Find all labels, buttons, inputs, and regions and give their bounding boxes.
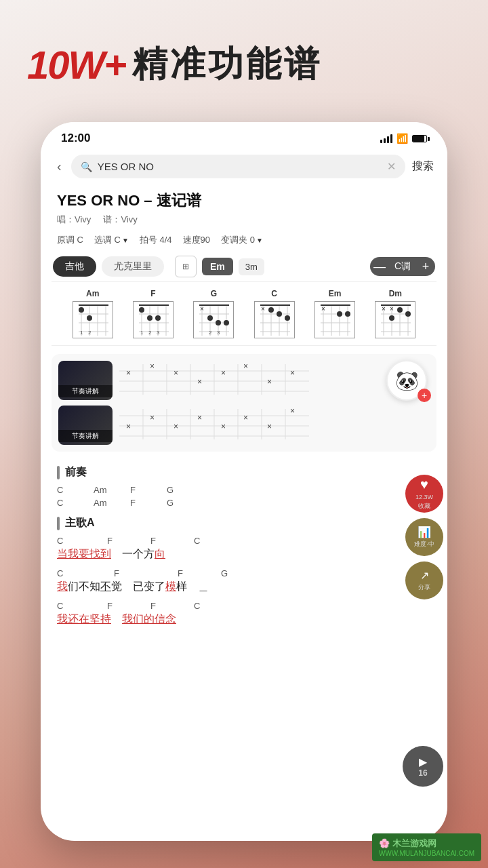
back-button[interactable]: ‹: [54, 156, 64, 177]
svg-text:×: ×: [197, 413, 202, 422]
svg-point-61: [337, 311, 342, 317]
search-icon: 🔍: [81, 161, 92, 172]
composer-label: 谱：Vivy: [103, 214, 137, 224]
status-bar: 12:00 📶: [41, 122, 447, 151]
add-button[interactable]: +: [418, 389, 431, 402]
selected-key[interactable]: 选调 C ▼: [94, 234, 129, 246]
svg-point-51: [285, 315, 290, 321]
chord-f-2: F: [130, 498, 150, 508]
chord-g-2: G: [167, 498, 187, 508]
section-bar-prelude: [57, 466, 60, 479]
panda-icon: 🐼: [395, 370, 419, 392]
chord-f-diagram: 1 2 3: [133, 301, 174, 338]
lyric-wo: 我: [57, 580, 68, 594]
guitar-tab[interactable]: 吉他: [53, 256, 96, 277]
svg-point-73: [397, 307, 403, 313]
chord-am[interactable]: Am 1 2: [73, 289, 113, 338]
prelude-header: 前奏: [57, 465, 431, 479]
play-button[interactable]: ▶ 16: [403, 746, 443, 787]
battery-icon: [412, 135, 427, 142]
chord-diagrams: Am 1 2 F: [52, 281, 436, 346]
difficulty-button[interactable]: 📊 难度·中: [405, 518, 443, 556]
verse-lyric-line-3: 我还在坚持 我们的信念: [57, 612, 431, 627]
lyric-menbuzhi: 们不知: [68, 580, 100, 594]
search-input[interactable]: YES OR NO: [98, 161, 382, 172]
instrument-tabs: 吉他 尤克里里 ⊞ Em 3m — C调 +: [41, 252, 447, 281]
share-label: 分享: [418, 583, 430, 592]
prelude-title: 前奏: [65, 465, 87, 479]
lyric-womenxinnian: 我们的信念: [122, 612, 176, 627]
share-icon: ↗: [420, 569, 429, 582]
svg-point-37: [224, 320, 229, 326]
svg-point-75: [405, 311, 411, 317]
tempo: 速度90: [183, 234, 210, 246]
promo-number: 10W+: [27, 42, 125, 87]
ukulele-tab[interactable]: 尤克里里: [102, 256, 164, 277]
chord-dm[interactable]: Dm × ×: [375, 289, 415, 338]
svg-point-35: [207, 315, 213, 321]
song-title: YES OR NO – 速记谱: [57, 191, 431, 211]
key-control: — C调 +: [370, 257, 435, 276]
svg-text:×: ×: [390, 305, 394, 313]
promo-description: 精准功能谱: [132, 41, 322, 88]
verse-chord-line-1: C F F C: [57, 536, 431, 546]
svg-text:1: 1: [140, 330, 144, 336]
chord-em-name: Em: [329, 289, 342, 298]
search-submit-button[interactable]: 搜索: [412, 159, 434, 174]
key-minus-button[interactable]: —: [370, 257, 389, 276]
chord-f[interactable]: F 1 2 3: [133, 289, 174, 338]
chord-g-1: G: [167, 485, 187, 495]
svg-text:×: ×: [174, 422, 178, 431]
heart-icon: ♥: [420, 477, 428, 492]
svg-point-21: [147, 315, 152, 321]
chord-am-diagram: 1 2: [73, 301, 113, 338]
beat: 拍号 4/4: [140, 234, 172, 246]
share-button[interactable]: ↗ 分享: [405, 561, 443, 599]
lyric-bu: 不: [100, 580, 111, 594]
difficulty-label: 难度·中: [414, 540, 434, 549]
svg-text:×: ×: [126, 368, 131, 378]
capo-select[interactable]: 变调夹 0 ▼: [221, 234, 263, 246]
tune-controls: 原调 C 选调 C ▼ 拍号 4/4 速度90 变调夹 0 ▼: [41, 229, 447, 252]
capo-badge[interactable]: 3m: [239, 258, 264, 275]
action-buttons: ♥ 12.3W 收藏 📊 难度·中 ↗ 分享: [405, 475, 443, 599]
section-bar-verse: [57, 517, 60, 530]
svg-text:×: ×: [150, 413, 155, 422]
chord-c[interactable]: C ×: [254, 289, 295, 338]
verse-a-title: 主歌A: [65, 516, 95, 530]
rhythm-grid-1: × × × × × × × ×: [119, 361, 430, 400]
watermark: 🌸 木兰游戏网 WWW.MULANJUBANCAI.COM: [372, 833, 481, 861]
key-plus-button[interactable]: +: [416, 257, 435, 276]
capo-dropdown-icon: ▼: [256, 237, 263, 244]
status-icons: 📶: [380, 133, 427, 144]
wifi-icon: 📶: [396, 133, 408, 144]
search-input-wrap[interactable]: 🔍 YES OR NO ✕: [71, 155, 405, 178]
promo-header: 10W+ 精准功能谱: [27, 41, 322, 88]
svg-text:×: ×: [243, 361, 248, 371]
chord-f-1: F: [130, 485, 150, 495]
grid-view-button[interactable]: ⊞: [175, 256, 197, 277]
chord-mode-badge[interactable]: Em: [202, 258, 233, 275]
rhythm-thumb-2[interactable]: 节奏讲解: [58, 406, 113, 445]
svg-text:2: 2: [209, 330, 212, 336]
rhythm-row-2: 节奏讲解 × × × × ×: [58, 406, 430, 445]
chord-g[interactable]: G × 2 3: [193, 289, 234, 338]
chord-am-1: Am: [94, 485, 114, 495]
svg-point-50: [277, 311, 282, 317]
favorite-button[interactable]: ♥ 12.3W 收藏: [405, 475, 443, 513]
lyric-jue: 觉 已变了: [111, 580, 165, 594]
svg-text:2: 2: [148, 330, 152, 336]
svg-text:1: 1: [80, 330, 83, 336]
lyric-space3: [111, 612, 122, 627]
play-icon: ▶: [419, 755, 427, 768]
chord-am-name: Am: [86, 289, 99, 298]
rhythm-row-1: 节奏讲解 ×: [58, 361, 430, 400]
svg-text:3: 3: [217, 330, 220, 336]
svg-point-36: [216, 320, 221, 326]
chord-em[interactable]: Em ×: [314, 289, 355, 338]
song-meta: 唱：Vivy 谱：Vivy: [57, 214, 431, 226]
clear-button[interactable]: ✕: [387, 160, 396, 173]
rhythm-thumb-1[interactable]: 节奏讲解: [58, 361, 113, 400]
svg-text:×: ×: [243, 413, 248, 422]
panda-avatar[interactable]: 🐼 +: [386, 360, 427, 401]
